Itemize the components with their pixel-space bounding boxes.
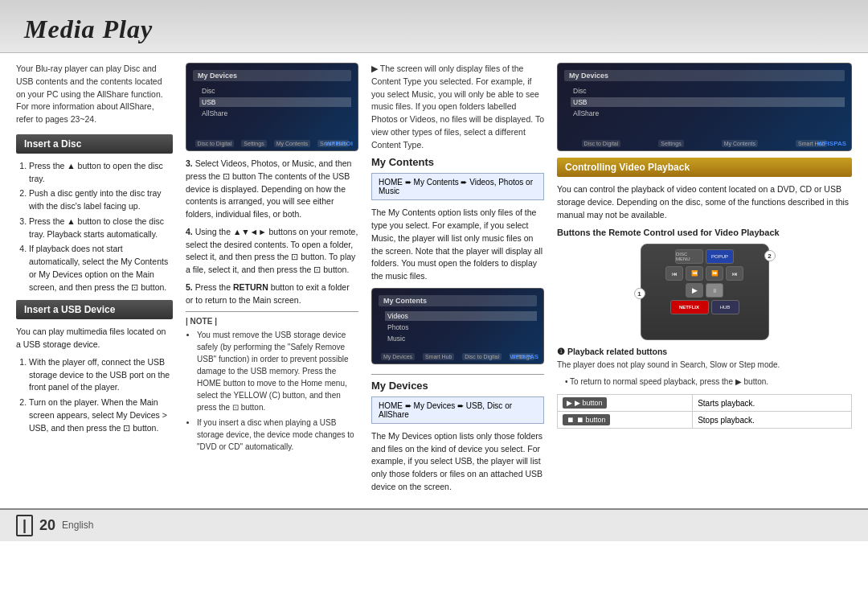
remote-btn-pause[interactable]: ⏸ [706,283,723,298]
device-screenshot-2: My Devices Disc USB AllShare Disc to Dig… [557,63,852,151]
note-item-1: You must remove the USB storage device s… [197,329,358,413]
btn-stop-cell: ⏹ ⏹ button [558,412,693,429]
my-devices-info-box: HOME ➨ My Devices ➨ USB, Disc or AllShar… [371,396,544,424]
device2-btn-settings: Settings [658,140,683,147]
button-table: ▶ ▶ button Starts playback. ⏹ ⏹ button S… [557,394,852,429]
playback-related-label: ❶ Playback related buttons [557,347,852,356]
badge-1: 1 [634,288,645,299]
device-item-disc: Disc [199,86,351,96]
device-screenshot-title-2: My Devices [564,70,845,81]
contents-screenshot-title: My Contents [379,295,537,306]
btn-play-cell: ▶ ▶ button [558,395,693,412]
playback-bullet: • To return to normal speed playback, pr… [557,376,852,388]
btn-play-desc: Starts playback. [693,395,852,412]
page-number: 20 [39,517,55,534]
my-devices-section: My Devices HOME ➨ My Devices ➨ USB, Disc… [371,380,544,494]
controlling-intro: You can control the playback of video co… [557,183,852,221]
remote-wrapper: DISC MENU POPUP ⏮ ⏪ ⏩ ⏭ ▶ ⏸ [641,244,769,340]
my-contents-section: My Contents HOME ➨ My Contents ➨ Videos,… [371,156,544,375]
remote-control: DISC MENU POPUP ⏮ ⏪ ⏩ ⏭ ▶ ⏸ [641,244,769,340]
device-item-usb: USB [199,97,351,107]
disc-step-4: If playback does not start automatically… [29,243,173,294]
device-screenshot-title-1: My Devices [193,70,351,81]
btn-stop-desc: Stops playback. [693,412,852,429]
column-4: My Devices Disc USB AllShare Disc to Dig… [557,63,852,499]
remote-btn-disc-menu[interactable]: DISC MENU [675,249,703,264]
contents-item-videos: Videos [385,311,537,321]
badge-2: 2 [764,250,776,261]
col2-step5: 5. Press the RETURN button to exit a fol… [186,281,358,307]
remote-btn-rw[interactable]: ⏪ [686,266,703,281]
column-1: Your Blu-ray player can play Disc and US… [16,63,173,499]
device2-item-usb: USB [571,97,845,107]
usb-step-1: With the player off, connect the USB sto… [29,356,173,394]
remote-btn-netflix[interactable]: NETFLIX [670,300,709,314]
controlling-header: Controlling Video Playback [557,158,852,177]
col2-step4: 4. Using the ▲▼◄► buttons on your remote… [186,226,358,277]
col2-step3: 3. Select Videos, Photos, or Music, and … [186,158,358,221]
my-contents-header: My Contents [371,156,544,168]
my-contents-info-box: HOME ➨ My Contents ➨ Videos, Photos or M… [371,173,544,200]
remote-btn-next[interactable]: ⏭ [726,266,743,281]
contents-btn-disc-digital: Disc to Digital [462,353,502,360]
remote-btn-hub[interactable]: HUB [711,300,739,314]
col3-bullet-intro: ▶ The screen will only display files of … [371,63,544,151]
btn-row-stop: ⏹ ⏹ button Stops playback. [558,412,852,429]
page-lang: English [62,520,93,531]
remote-btn-play[interactable]: ▶ [686,283,703,298]
device2-logo: WFISPAS [817,140,846,147]
device-btn-settings: Settings [241,140,266,147]
remote-btn-prev[interactable]: ⏮ [665,266,683,281]
remote-row-4: NETFLIX HUB [646,300,764,314]
disc-step-2: Push a disc gently into the disc tray wi… [29,187,173,213]
insert-disc-steps: Press the ▲ button to open the disc tray… [16,160,173,294]
device2-item-allshare: AllShare [571,109,845,118]
note-box: | NOTE | You must remove the USB storage… [186,311,358,453]
device-screenshot-1: My Devices Disc USB AllShare Disc to Dig… [186,63,358,151]
insert-usb-steps: With the player off, connect the USB sto… [16,356,173,435]
play-button-icon: ▶ ▶ button [563,397,607,409]
device-menu-items-2: Disc USB AllShare [564,86,845,118]
insert-usb-header: Insert a USB Device [16,300,173,319]
page-number-box: | [16,515,33,536]
stop-button-icon: ⏹ ⏹ button [563,414,610,425]
remote-btn-ff[interactable]: ⏩ [706,266,723,281]
note-label: | NOTE | [186,317,358,326]
note-list: You must remove the USB storage device s… [186,329,358,453]
device2-item-disc: Disc [571,86,845,96]
main-content: Your Blu-ray player can play Disc and US… [0,53,868,508]
contents-screenshot: My Contents Videos Photos Music My Devic… [371,288,544,364]
column-2: My Devices Disc USB AllShare Disc to Dig… [186,63,358,499]
contents-btn-my-devices: My Devices [381,353,415,360]
device-item-allshare: AllShare [199,109,351,118]
device2-bottom-bar: Disc to Digital Settings My Contents Sma… [558,140,851,147]
contents-menu-items: Videos Photos Music [379,311,537,343]
note-item-2: If you insert a disc when playing a USB … [197,417,358,453]
device-logo-1: WFISROI [326,140,353,147]
contents-item-photos: Photos [385,322,537,332]
usb-intro: You can play multimedia files located on… [16,326,173,351]
remote-section-header: Buttons the Remote Control used for Vide… [557,228,852,237]
device-btn-disc-digital: Disc to Digital [195,140,235,147]
my-devices-desc: The My Devices option lists only those f… [371,430,544,494]
playback-related-desc: The player does not play sound in Search… [557,359,852,371]
remote-row-3: ▶ ⏸ [646,283,764,298]
contents-logo: WFISPAS [510,353,538,360]
btn-row-play: ▶ ▶ button Starts playback. [558,395,852,412]
column-3: ▶ The screen will only display files of … [371,63,544,499]
insert-disc-header: Insert a Disc [16,134,173,154]
intro-text: Your Blu-ray player can play Disc and US… [16,63,173,126]
my-devices-header: My Devices [371,380,544,392]
remote-row-1: DISC MENU POPUP [646,249,764,264]
disc-step-1: Press the ▲ button to open the disc tray… [29,160,173,186]
device-btn-my-contents: My Contents [274,140,310,147]
remote-row-2: ⏮ ⏪ ⏩ ⏭ [646,266,764,281]
usb-step-2: Turn on the player. When the Main screen… [29,396,173,434]
my-contents-desc: The My Contents option lists only files … [371,207,544,283]
remote-btn-popup[interactable]: POPUP [706,249,734,264]
contents-item-music: Music [385,334,537,343]
remote-container: DISC MENU POPUP ⏮ ⏪ ⏩ ⏭ ▶ ⏸ [557,244,852,340]
contents-btn-smart-hub: Smart Hub [423,353,454,360]
page-header: Media Play [0,0,868,53]
disc-step-3: Press the ▲ button to close the disc tra… [29,216,173,241]
